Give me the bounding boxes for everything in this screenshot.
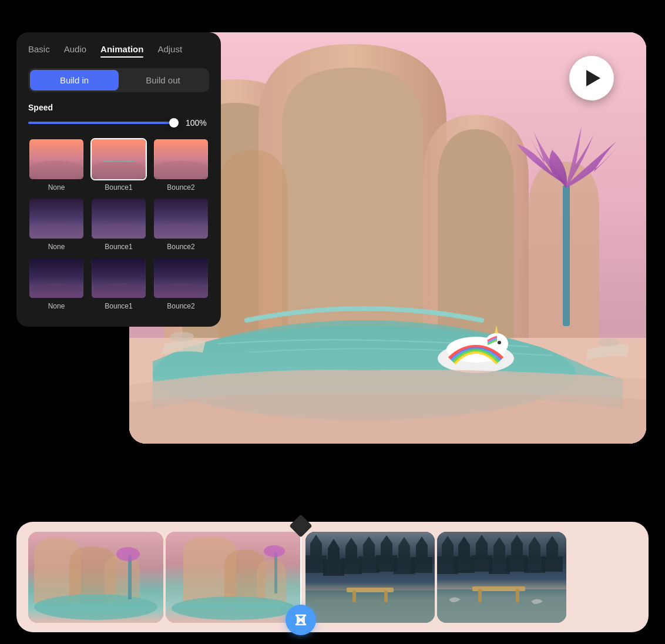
timeline-clip-pool-1[interactable] [28,532,163,623]
svg-rect-47 [478,589,482,602]
build-in-button[interactable]: Build in [30,70,119,90]
tab-animation[interactable]: Animation [100,44,143,56]
anim-item-none-3[interactable]: None [28,257,85,310]
speed-slider-thumb[interactable] [169,118,179,128]
timeline-clip-lake-2[interactable] [437,532,566,623]
anim-label-bounce1-3: Bounce1 [90,302,147,310]
play-button[interactable] [569,56,614,100]
timeline-clip-pool-2[interactable] [166,532,301,623]
timeline-clip-lake-1[interactable] [305,532,435,623]
svg-rect-43 [384,591,388,602]
anim-label-bounce2-1: Bounce2 [153,183,209,192]
svg-point-34 [116,547,140,561]
split-icon [293,612,309,628]
svg-point-10 [170,332,194,341]
anim-label-none-2: None [28,243,85,251]
svg-rect-40 [305,591,435,623]
playhead-line [300,534,301,605]
playhead-diamond [289,514,313,538]
play-icon [586,70,600,86]
svg-rect-45 [437,589,566,623]
svg-rect-33 [128,555,132,599]
split-button[interactable] [286,605,316,635]
speed-label: Speed [28,103,209,112]
anim-item-bounce2-2[interactable]: Bounce2 [153,197,209,251]
svg-rect-48 [516,589,519,602]
tab-adjust[interactable]: Adjust [157,44,182,56]
svg-rect-37 [274,552,277,593]
speed-value: 100% [186,118,209,128]
svg-point-15 [92,160,146,179]
anim-label-bounce2-3: Bounce2 [153,302,209,310]
build-out-button[interactable]: Build out [119,70,207,90]
anim-label-none-1: None [28,183,85,192]
anim-item-none-2[interactable]: None [28,197,85,251]
svg-point-18 [154,160,208,179]
anim-item-bounce2-1[interactable]: Bounce2 [153,138,209,192]
anim-item-bounce1-3[interactable]: Bounce1 [90,257,147,310]
svg-rect-42 [352,591,356,602]
svg-point-8 [498,341,501,344]
panel-tabs: Basic Audio Animation Adjust [28,44,209,58]
tab-audio[interactable]: Audio [64,44,86,56]
tab-basic[interactable]: Basic [28,44,50,56]
animation-grid: None [28,138,209,310]
anim-label-bounce1-2: Bounce1 [90,243,147,251]
playhead-indicator [286,518,316,635]
speed-row: 100% [28,118,209,128]
build-toggle: Build in Build out [28,68,209,92]
anim-item-none-1[interactable]: None [28,138,85,192]
svg-point-11 [597,338,619,347]
svg-point-36 [172,596,295,620]
svg-rect-16 [103,160,135,162]
anim-item-bounce1-2[interactable]: Bounce1 [90,197,147,251]
anim-label-bounce1-1: Bounce1 [90,183,147,192]
animation-panel: Basic Audio Animation Adjust Build in Bu… [16,32,221,327]
anim-item-bounce1-1[interactable]: Bounce1 [90,138,147,192]
timeline-area [16,522,649,632]
svg-point-32 [34,594,157,620]
svg-point-38 [264,545,285,557]
svg-point-13 [29,160,83,179]
anim-label-none-3: None [28,302,85,310]
anim-label-bounce2-2: Bounce2 [153,243,209,251]
speed-slider-track[interactable] [28,122,179,124]
svg-rect-9 [563,185,570,326]
anim-item-bounce2-3[interactable]: Bounce2 [153,257,209,310]
